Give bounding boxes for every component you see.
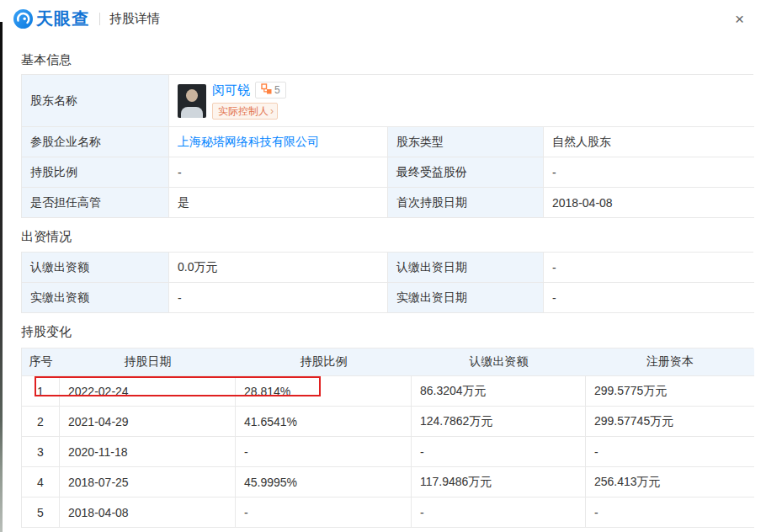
info-label: 实缴出资日期 [388, 283, 544, 313]
shareholding-detail-modal: 天眼查 持股详情 × 基本信息 股东名称 闵可锐 [0, 0, 766, 532]
table-cell-ratio: 41.6541% [236, 407, 412, 437]
table-cell-seq: 5 [22, 497, 60, 528]
info-label: 首次持股日期 [388, 188, 544, 218]
table-cell-date: 2021-04-29 [60, 407, 236, 437]
actual-controller-tag[interactable]: 实际控制人 › [212, 103, 278, 120]
table-cell-capital: 299.5775万元 [586, 376, 754, 407]
section-title-basic-info: 基本信息 [21, 52, 753, 68]
table-cell-date: 2018-04-08 [60, 497, 236, 528]
info-value: - [544, 157, 754, 188]
table-cell-date: 2018-07-25 [60, 467, 236, 497]
shareholder-avatar[interactable] [178, 84, 206, 118]
contribution-table: 认缴出资额 0.0万元 认缴出资日期 - 实缴出资额 - 实缴出资日期 - [21, 252, 753, 313]
table-cell-seq: 1 [22, 376, 60, 407]
table-cell-subscribed: - [412, 437, 586, 467]
modal-content: 基本信息 股东名称 闵可锐 [0, 52, 766, 528]
tianyancha-logo-icon [13, 9, 33, 29]
equity-structure-badge[interactable]: 5 [255, 82, 286, 98]
info-value: - [544, 253, 754, 283]
equity-structure-count: 5 [274, 84, 280, 96]
chevron-right-icon: › [270, 105, 274, 117]
brand-name: 天眼查 [36, 8, 89, 30]
info-label: 实缴出资额 [22, 283, 169, 313]
company-link[interactable]: 上海秘塔网络科技有限公司 [178, 135, 319, 150]
info-value: 0.0万元 [169, 253, 388, 283]
table-cell-date: 2022-02-24 [60, 376, 236, 407]
info-value: - [169, 283, 388, 313]
info-value: 是 [169, 188, 388, 218]
info-label: 最终受益股份 [388, 157, 544, 188]
table-cell-capital: 299.57745万元 [586, 407, 754, 437]
table-cell-seq: 3 [22, 437, 60, 467]
info-label: 股东类型 [388, 127, 544, 157]
holding-changes-wrapper: 序号 持股日期 持股比例 认缴出资额 注册资本 1 2022-02-24 28.… [21, 348, 753, 528]
table-cell-ratio: - [236, 437, 412, 467]
info-value: 自然人股东 [544, 127, 754, 157]
info-value: 2018-04-08 [544, 188, 754, 218]
section-title-contribution: 出资情况 [21, 229, 753, 245]
shareholder-info: 闵可锐 5 [212, 82, 286, 120]
info-value: 上海秘塔网络科技有限公司 [169, 127, 388, 157]
info-value: - [544, 283, 754, 313]
close-icon[interactable]: × [730, 9, 749, 29]
section-title-holding-changes: 持股变化 [21, 324, 753, 340]
table-cell-capital: - [586, 497, 754, 528]
modal-title: 持股详情 [109, 11, 160, 27]
info-label: 持股比例 [22, 157, 169, 188]
shareholder-name-line: 闵可锐 5 [212, 82, 286, 98]
column-header: 注册资本 [586, 348, 754, 376]
table-cell-ratio: 28.814% [236, 376, 412, 407]
holding-changes-table: 序号 持股日期 持股比例 认缴出资额 注册资本 1 2022-02-24 28.… [21, 348, 753, 528]
info-label: 认缴出资日期 [388, 253, 544, 283]
column-header: 持股比例 [236, 348, 412, 376]
header-divider [99, 13, 100, 25]
actual-controller-label: 实际控制人 [218, 104, 269, 119]
table-cell-seq: 2 [22, 407, 60, 437]
tianyancha-logo[interactable]: 天眼查 [13, 8, 89, 30]
info-label: 参股企业名称 [22, 127, 169, 157]
info-value: - [169, 157, 388, 188]
table-cell-date: 2020-11-18 [60, 437, 236, 467]
table-cell-ratio: - [236, 497, 412, 528]
table-cell-subscribed: 86.3204万元 [412, 376, 586, 407]
table-cell-seq: 4 [22, 467, 60, 497]
basic-info-table: 股东名称 闵可锐 [21, 74, 753, 218]
modal-header: 天眼查 持股详情 × [0, 0, 766, 38]
column-header: 持股日期 [60, 348, 236, 376]
column-header: 序号 [22, 348, 60, 376]
column-header: 认缴出资额 [412, 348, 586, 376]
info-label: 认缴出资额 [22, 253, 169, 283]
page-edge-artifact [0, 22, 3, 532]
table-cell-subscribed: 124.7862万元 [412, 407, 586, 437]
shareholder-name-link[interactable]: 闵可锐 [212, 82, 250, 98]
shareholder-cell: 闵可锐 5 [169, 75, 754, 127]
equity-structure-icon [261, 83, 272, 97]
table-cell-ratio: 45.9995% [236, 467, 412, 497]
table-cell-capital: - [586, 437, 754, 467]
avatar-head-shape [186, 89, 198, 102]
info-label: 是否担任高管 [22, 188, 169, 218]
info-label: 股东名称 [22, 75, 169, 127]
avatar-body-shape [181, 107, 203, 118]
table-cell-subscribed: - [412, 497, 586, 528]
table-cell-subscribed: 117.9486万元 [412, 467, 586, 497]
table-cell-capital: 256.413万元 [586, 467, 754, 497]
